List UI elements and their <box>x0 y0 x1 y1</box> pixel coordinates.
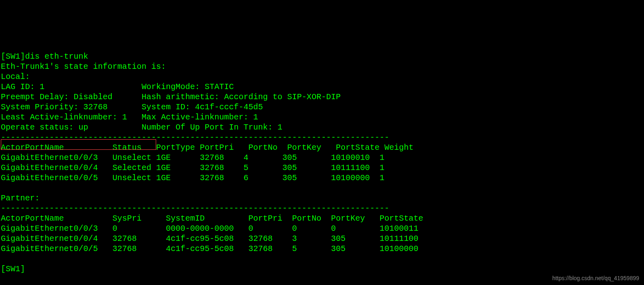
local-table-row: GigabitEthernet0/0/3 Unselect 1GE 32768 … <box>1 153 384 162</box>
separator-line: ----------------------------------------… <box>1 133 389 142</box>
partner-section-label: Partner: <box>1 194 40 203</box>
info-line-3: System Priority: 32768 System ID: 4c1f-c… <box>1 102 263 112</box>
partner-table-header: ActorPortName SysPri SystemID PortPri Po… <box>1 214 423 223</box>
local-table-header: ActorPortName Status PortType PortPri Po… <box>1 143 413 152</box>
local-table-row: GigabitEthernet0/0/4 Selected 1GE 32768 … <box>1 163 384 172</box>
partner-table-row: GigabitEthernet0/0/5 32768 4c1f-cc95-5c0… <box>1 244 418 253</box>
command-prompt-line: [SW1]dis eth-trunk <box>1 52 88 61</box>
partner-table-row: GigabitEthernet0/0/3 0 0000-0000-0000 0 … <box>1 224 418 233</box>
local-section-label: Local: <box>1 72 30 81</box>
terminal-output[interactable]: [SW1]dis eth-trunk Eth-Trunk1's state in… <box>1 41 643 274</box>
info-line-5: Operate status: up Number Of Up Port In … <box>1 123 282 132</box>
local-table-row: GigabitEthernet0/0/5 Unselect 1GE 32768 … <box>1 173 384 183</box>
partner-table-row: GigabitEthernet0/0/4 32768 4c1f-cc95-5c0… <box>1 234 418 243</box>
separator-line: ----------------------------------------… <box>1 204 389 213</box>
info-line-2: Preempt Delay: Disabled Hash arithmetic:… <box>1 92 341 102</box>
eth-trunk-header: Eth-Trunk1's state information is: <box>1 62 166 71</box>
info-line-1: LAG ID: 1 WorkingMode: STATIC <box>1 82 234 91</box>
info-line-4: Least Active-linknumber: 1 Max Active-li… <box>1 113 258 122</box>
watermark-text: https://blog.csdn.net/qq_41959899 <box>552 275 639 282</box>
final-prompt: [SW1] <box>1 264 25 274</box>
